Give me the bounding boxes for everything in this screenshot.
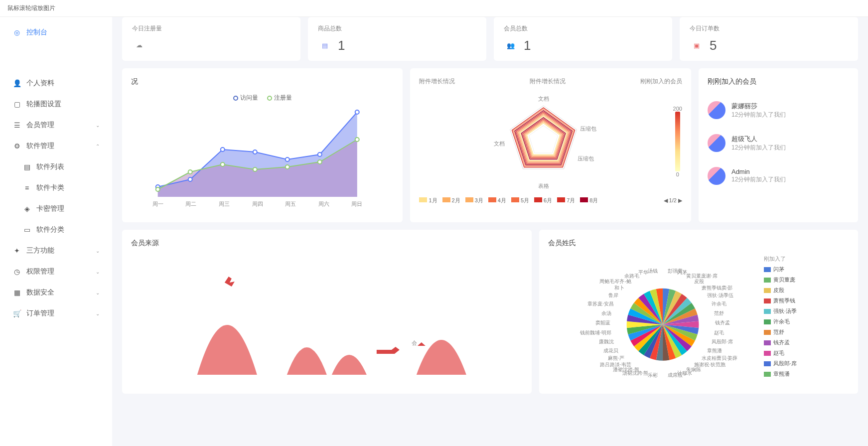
svg-point-6 (355, 110, 359, 114)
member-sub: 12分钟前加入了我们 (731, 144, 786, 152)
svg-text:赵毛: 赵毛 (714, 330, 724, 335)
stat-card-reg: 今日注册量 ☁ (122, 17, 300, 61)
sidebar-label: 软件列表 (36, 162, 64, 171)
panel-title: 况 (131, 77, 394, 86)
panel-title: 会员来源 (131, 239, 523, 248)
plugin-icon: ✦ (12, 247, 21, 255)
radar-legend: 1月2月3月4月5月6月7月8月◀ 1/2 ▶ (419, 197, 682, 204)
sidebar-item-orders[interactable]: 🛒 订单管理 ⌄ (0, 303, 112, 324)
legend-item[interactable]: 范舒 (764, 328, 797, 336)
stat-title: 商品总数 (318, 24, 476, 33)
legend-item[interactable]: 黄贝董庞 (764, 276, 797, 284)
svg-text:压缩包: 压缩包 (580, 126, 597, 132)
svg-text:平华: 平华 (638, 270, 648, 275)
svg-text:潘裙沈跨·熊: 潘裙沈跨·熊 (613, 367, 639, 372)
sidebar-item-software[interactable]: ⚙ 软件管理 ⌃ (0, 136, 112, 156)
svg-text:文档: 文档 (494, 141, 505, 147)
legend-item[interactable]: 强狄·汤季 (764, 307, 797, 315)
legend-item[interactable]: 萧熊季钱 (764, 297, 797, 304)
category-icon: ▭ (22, 226, 31, 234)
svg-text:章熊潘: 章熊潘 (707, 348, 722, 353)
sidebar-item-third[interactable]: ✦ 三方功能 ⌄ (0, 240, 112, 261)
chevron-down-icon: ⌄ (96, 123, 100, 128)
sidebar-label: 卡密管理 (36, 204, 64, 213)
sidebar-label: 软件卡类 (36, 183, 64, 192)
svg-text:鲁岸: 鲁岸 (608, 293, 618, 298)
pager-next[interactable]: ▶ (678, 197, 682, 203)
database-icon: ≡ (22, 184, 31, 192)
member-name: 蒙娜丽莎 (731, 102, 786, 111)
sidebar-label: 订单管理 (26, 309, 54, 318)
pager-prev[interactable]: ◀ (664, 197, 668, 203)
sidebar-item-sw-keys[interactable]: ◈ 卡密管理 (0, 198, 112, 219)
svg-marker-23 (529, 126, 558, 153)
svg-text:周二: 周二 (185, 201, 196, 207)
member-item[interactable]: 蒙娜丽莎12分钟前加入了我们 (708, 94, 849, 127)
legend-item[interactable]: 赵毛 (764, 349, 797, 357)
stat-title: 今日订单数 (690, 24, 848, 33)
sidebar-label: 软件分类 (36, 225, 64, 234)
member-name: Admin (731, 168, 786, 175)
svg-text:钱前魏埔·明郑: 钱前魏埔·明郑 (579, 330, 611, 335)
svg-text:和卜: 和卜 (614, 285, 624, 291)
member-sub: 12分钟前加入了我们 (731, 111, 786, 119)
svg-text:窦韶蓝: 窦韶蓝 (595, 320, 610, 325)
legend-item[interactable]: 皮殷 (764, 287, 797, 294)
sidebar-item-profile[interactable]: 👤 个人资料 (0, 73, 112, 94)
radar-title1: 附件增长情况 (419, 77, 455, 86)
sidebar-label: 数据安全 (26, 288, 54, 297)
legend-item[interactable]: 钱齐孟 (764, 339, 797, 346)
sidebar-item-members[interactable]: ☰ 会员管理 ⌄ (0, 115, 112, 136)
sidebar-item-carousel[interactable]: ▢ 轮播图设置 (0, 94, 112, 115)
dashboard-icon: ◎ (12, 28, 21, 36)
source-svg: 会 (131, 255, 523, 375)
pie-legend: 刚加入了 闪茅黄贝董庞皮殷萧熊季钱强狄·汤季许余毛范舒钱齐孟赵毛凤殷郎·席章熊潘 (759, 255, 797, 385)
svg-text:廉魏沈: 廉魏沈 (599, 339, 614, 344)
svg-text:强狄·汤季伍: 强狄·汤季伍 (707, 293, 733, 298)
legend-item[interactable]: 章熊潘 (764, 370, 797, 378)
stat-title: 今日注册量 (132, 24, 290, 33)
sidebar-item-perm[interactable]: ◷ 权限管理 ⌄ (0, 261, 112, 282)
svg-text:表格: 表格 (538, 183, 549, 189)
main-content: 今日注册量 ☁ 商品总数 ▤ 1 会员总数 👥 1 今日订单数 (112, 17, 868, 446)
sidebar-item-data-safe[interactable]: ▦ 数据安全 ⌄ (0, 282, 112, 303)
sidebar-item-sw-category[interactable]: ▭ 软件分类 (0, 219, 112, 240)
svg-text:乐彬: 乐彬 (648, 372, 658, 378)
legend-reg: 注册量 (274, 94, 292, 102)
svg-text:周三: 周三 (219, 201, 230, 207)
member-item[interactable]: Admin12分钟前加入了我们 (708, 159, 849, 192)
avatar (708, 134, 725, 152)
sidebar-item-sw-list[interactable]: ▤ 软件列表 (0, 156, 112, 177)
svg-marker-24 (527, 123, 561, 155)
panel-line-chart: 况 访问量 注册量 周一周二周三周四周五周六周日 (122, 68, 403, 222)
avatar (708, 167, 725, 185)
sidebar-item-sw-cards[interactable]: ≡ 软件卡类 (0, 177, 112, 198)
gradient-scale (675, 112, 680, 171)
chevron-down-icon: ⌄ (96, 290, 100, 296)
stat-card-orders: 今日订单数 ▣ 5 (680, 17, 858, 61)
svg-point-12 (318, 160, 322, 164)
legend-item[interactable]: 许余毛 (764, 318, 797, 325)
legend-header: 刚加入了 (764, 255, 797, 263)
clock-icon: ◷ (12, 268, 21, 276)
panel-title: 刚刚加入的会员 (708, 77, 849, 86)
legend-item[interactable]: 闪茅 (764, 266, 797, 273)
legend-item[interactable]: 凤殷郎·席 (764, 360, 797, 367)
stat-card-goods: 商品总数 ▤ 1 (308, 17, 486, 61)
svg-text:周一: 周一 (152, 201, 163, 207)
line-legend: 访问量 注册量 (131, 94, 394, 102)
pie-svg: 彭强黄闪茅黄贝董庞谢·席皮殷萧熊季钱窦·邵强狄·汤季伍许余毛范舒钱齐孟赵毛凤殷郎… (548, 255, 759, 385)
svg-point-11 (286, 165, 289, 169)
member-name: 超级飞人 (731, 135, 786, 144)
svg-text:路吕路淡·韦芸: 路吕路淡·韦芸 (600, 362, 631, 367)
reg-icon: ☁ (132, 38, 146, 52)
chevron-down-icon: ⌄ (96, 311, 100, 316)
svg-point-1 (188, 177, 192, 181)
svg-point-9 (221, 162, 225, 166)
sidebar-label: 权限管理 (26, 267, 54, 276)
svg-text:闪茅: 闪茅 (677, 270, 687, 275)
members-icon: ☰ (12, 121, 21, 129)
legend-visit: 访问量 (240, 94, 258, 102)
sidebar-item-console[interactable]: ◎ 控制台 (0, 22, 112, 43)
member-item[interactable]: 超级飞人12分钟前加入了我们 (708, 127, 849, 159)
